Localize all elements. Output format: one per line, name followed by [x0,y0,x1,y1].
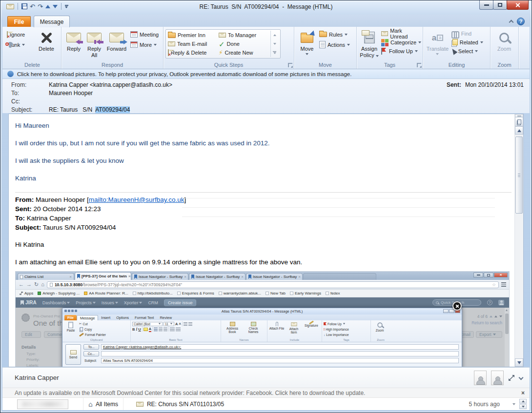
translate-button[interactable]: aa Translate [425,28,450,55]
reading-pane-icon[interactable] [515,118,523,126]
avatar[interactable] [474,371,487,385]
browser-tab: Claims List× [18,273,74,280]
ribbon: × Ignore Junk Delete Delete Reply [2,27,530,69]
download-pictures-infobar[interactable]: Click here to download pictures. To help… [2,69,530,79]
tags-dialog-launcher[interactable] [417,63,421,67]
maximize-button[interactable] [493,0,507,10]
scroll-down-button[interactable] [515,358,523,367]
dismiss-notice-icon[interactable]: × [521,390,525,396]
body-scrollbar[interactable] [514,114,523,367]
find-button[interactable]: Find [450,29,488,38]
spin-down-button[interactable] [519,404,527,409]
jira-export-button: Export [476,331,502,338]
mark-unread-icon [381,31,388,36]
quick-step-done[interactable]: ✓ Done [219,39,269,48]
body-paragraph: I will order this up, but I am not sure … [15,139,512,147]
scrollbar-thumb[interactable] [515,137,523,214]
ignore-button[interactable]: × Ignore [5,29,35,39]
info-icon [7,71,14,77]
close-button[interactable] [507,0,529,10]
browser-menu-icon [501,282,506,286]
ribbon-group-respond: Reply Reply All Forward Meeting More [61,27,164,69]
rules-button[interactable]: Rules [318,29,353,39]
mailto-link[interactable]: mailto:MaureenH@surfbay.co.uk [89,196,184,203]
assign-policy-button[interactable]: Assign Policy [359,28,380,58]
follow-up-button[interactable]: Follow Up [380,47,421,56]
embedded-screenshot-image: Claims List× [PPS-37] One of the twin× I… [15,271,510,367]
ribbon-group-quick-steps: Premier Inn Team E-mail × Reply & Delete… [164,27,294,69]
all-items-tab[interactable]: ⌂ All Items [83,398,123,410]
help-icon[interactable]: ? [517,18,525,25]
collapse-ribbon-icon[interactable] [509,20,514,25]
spin-up-button[interactable] [519,399,527,404]
forward-button[interactable]: Forward [104,28,129,52]
actions-button[interactable]: Actions [318,39,353,50]
tab-message[interactable]: Message [34,16,70,27]
header-to-row: To: Maureen Hooper [11,89,530,97]
jira-scrollbar [505,308,509,367]
delete-button[interactable]: Delete [35,28,58,52]
browser-tab: Issue Navigator - Surfbay× [132,273,188,280]
quoted-from-line: From: Maureen Hooper [mailto:MaureenH@su… [15,195,512,204]
quick-step-premier-inn[interactable]: Premier Inn [168,31,219,39]
people-pane: Katrina Capper [2,367,530,388]
browser-tab-partial [303,273,376,280]
more-respond-button[interactable]: More [129,39,161,50]
quick-steps-scroll [270,31,278,57]
browser-tab-active: [PPS-37] One of the twin× [75,272,131,280]
list-spinner[interactable] [519,399,527,409]
annotation-close-icon [452,301,462,311]
reply-all-button[interactable]: Reply All [84,28,104,58]
splitter-handle[interactable] [515,114,523,118]
gallery-down-button[interactable] [271,39,278,48]
quick-step-team-email[interactable]: Team E-mail [168,39,219,48]
categorize-button[interactable]: Categorize [380,38,421,47]
minimize-button[interactable] [479,0,493,10]
scrollbar-track[interactable] [515,135,523,358]
divider [182,198,495,198]
quick-step-reply-delete[interactable]: × Reply & Delete [168,48,219,57]
body-paragraph: Katrina [15,175,512,182]
quoted-sent-line: Sent: 20 October 2014 12:23 [15,204,512,214]
move-button[interactable]: Move [296,28,318,55]
scroll-up-button[interactable] [515,126,523,135]
gallery-more-button[interactable] [271,48,278,57]
translate-icon: a [432,34,436,42]
quick-steps-dialog-launcher[interactable] [288,63,292,67]
create-new-icon: ⚡ [219,50,223,56]
people-pane-activity-row: ⌂ All Items RE: Chorus S/N AT011013/05 5… [2,397,530,410]
quoted-message: From: Maureen Hooper [mailto:MaureenH@su… [15,192,512,267]
contact-name: Katrina Capper [15,374,59,381]
social-connector-notice[interactable]: An update is available on the Microsoft … [2,388,530,397]
gallery-up-button[interactable] [271,31,278,39]
junk-button[interactable]: Junk [5,39,35,50]
ribbon-group-move: Move Rules Actions Move [294,27,357,69]
compose-send-button: Send [65,344,81,365]
redacted-thumbnail [17,399,68,409]
sort-dropdown-icon[interactable] [512,403,515,405]
activity-item[interactable]: RE: Chorus S/N AT011013/05 [136,401,224,408]
avatar[interactable] [491,371,504,385]
quick-step-create-new[interactable]: ⚡ Create New [219,48,269,57]
related-button[interactable]: Related [450,38,488,47]
quoted-subject-line: Subject: Taurus S/N AT009294/04 [15,223,512,232]
select-button[interactable]: Select [450,47,488,56]
move-icon [301,35,313,43]
assign-policy-icon [364,32,375,43]
zoom-button[interactable]: Zoom [492,28,516,52]
tab-file[interactable]: File [7,16,31,27]
quick-step-to-manager[interactable]: To Manager [219,31,269,39]
mark-unread-button[interactable]: Mark Unread [380,29,421,38]
reply-all-icon [87,33,102,42]
reply-button[interactable]: Reply [63,28,84,52]
follow-up-flag-icon [381,48,387,55]
expand-people-pane-icon[interactable] [508,374,515,381]
ribbon-group-delete: × Ignore Junk Delete Delete [3,27,61,69]
meeting-button[interactable]: Meeting [129,29,161,39]
titlebar: ↶ ↷ RE: Taurus S/N AT009294/04 - Message… [2,0,530,15]
quick-steps-gallery: Premier Inn Team E-mail × Reply & Delete… [165,29,281,59]
delete-icon [41,32,52,43]
mail-icon [136,402,143,407]
related-icon [451,39,458,46]
collapse-people-pane-icon[interactable] [519,375,524,380]
